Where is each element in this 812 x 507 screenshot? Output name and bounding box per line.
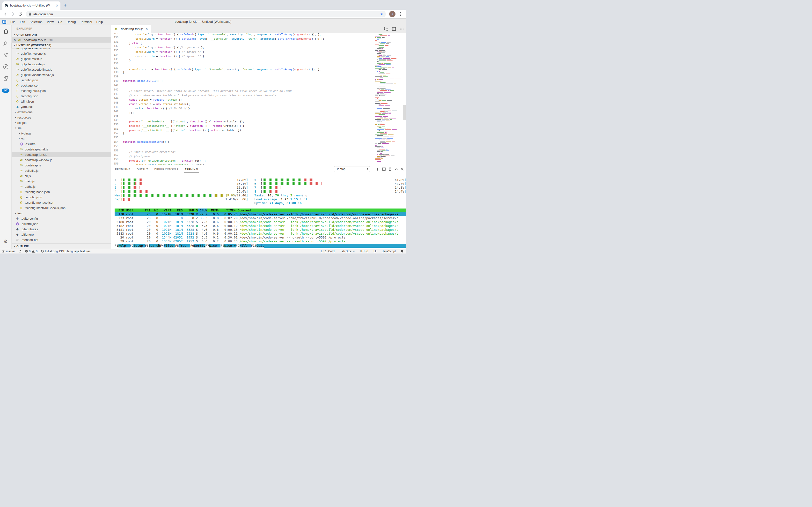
minimap[interactable] (375, 33, 402, 165)
tree-item[interactable]: ▸resources (12, 115, 111, 120)
editor-tab[interactable]: JS bootstrap-fork.js ✕ (111, 25, 151, 33)
tab-close-icon[interactable]: ✕ (56, 4, 59, 7)
browser-menu-icon[interactable] (397, 11, 404, 17)
tree-item[interactable]: JSbootstrap-amd.js (12, 147, 111, 152)
notifications-bell-icon[interactable] (400, 249, 404, 253)
menu-item-file[interactable]: File (8, 20, 18, 24)
debug-disabled-icon[interactable] (0, 61, 12, 72)
editor-scrollbar[interactable] (402, 33, 406, 165)
fkey-f4[interactable]: F4Filter (160, 244, 175, 248)
bookmark-star-icon[interactable]: ★ (380, 12, 383, 16)
tree-item[interactable]: JSgulpfile.vscode.linux.js (12, 67, 111, 72)
process-row[interactable]: 5233 root 20 0 0 0 0 Z 36.3 0.0 0:02.79 … (115, 216, 406, 220)
menu-item-terminal[interactable]: Terminal (78, 20, 94, 24)
tree-item[interactable]: .mention-bot (12, 237, 111, 242)
tree-item[interactable]: {}tsconfig.build.json (12, 88, 111, 93)
tree-item[interactable]: ▸extensions (12, 109, 111, 115)
tree-item[interactable]: {}tslint.json (12, 99, 111, 104)
menu-item-selection[interactable]: Selection (27, 20, 45, 24)
tree-item[interactable]: .eslintrc.json (12, 221, 111, 226)
tree-item[interactable]: yarn.lock (12, 104, 111, 109)
tree-item[interactable]: JSgulpfile.vscode.js (12, 61, 111, 67)
tree-item[interactable]: JSbuildfile.js (12, 168, 111, 173)
explorer-icon[interactable] (0, 26, 12, 38)
sync-icon[interactable] (18, 249, 21, 253)
settings-gear-icon[interactable]: ⚙ (0, 236, 12, 247)
open-editor-item[interactable]: ✕ JS bootstrap-fork.js src (12, 37, 111, 43)
tree-item[interactable]: ⚙.editorconfig (12, 216, 111, 221)
tree-item[interactable]: .eslintrc (12, 141, 111, 147)
fkey-f10[interactable]: F10Quit (251, 244, 264, 248)
menu-item-view[interactable]: View (45, 20, 56, 24)
terminal-select[interactable]: 1: htop (334, 166, 370, 172)
outline-header[interactable]: ▸OUTLINE (12, 243, 111, 249)
menu-item-go[interactable]: Go (56, 20, 64, 24)
fkey-f8[interactable]: F8Nice + (221, 244, 236, 248)
lock-icon[interactable] (28, 12, 32, 16)
split-editor-icon[interactable] (392, 27, 396, 31)
fkey-f3[interactable]: F3Search (145, 244, 160, 248)
process-row[interactable]: 5180 root 20 0 1021M 181M 3328 S 7.3 0.6… (115, 220, 406, 224)
new-tab-button[interactable]: + (64, 3, 67, 8)
search-icon[interactable] (0, 38, 12, 49)
panel-tab-terminal[interactable]: TERMINAL (184, 166, 199, 173)
language-status-item[interactable]: Initializing JS/TS language features (41, 249, 90, 253)
menu-item-edit[interactable]: Edit (18, 20, 27, 24)
tree-item[interactable]: JSbootstrap-window.js (12, 157, 111, 163)
tree-item[interactable]: ▸scripts (12, 120, 111, 125)
status-item[interactable]: JavaScript (382, 249, 396, 253)
tab-close-icon[interactable]: ✕ (145, 27, 148, 31)
panel-tab-problems[interactable]: PROBLEMS (115, 166, 131, 172)
status-item[interactable]: LF (373, 249, 377, 253)
tree-item[interactable]: JSbootstrap.js (12, 163, 111, 168)
close-icon[interactable]: ✕ (13, 38, 17, 42)
menu-item-debug[interactable]: Debug (64, 20, 78, 24)
tree-item[interactable]: {}tsconfig.strictNullChecks.json (12, 205, 111, 211)
fkey-f1[interactable]: F1Help (115, 244, 130, 248)
tree-item[interactable]: JSpaths.js (12, 184, 111, 189)
kill-terminal-icon[interactable] (388, 167, 392, 171)
tree-item[interactable]: ▸test (12, 211, 111, 216)
process-row[interactable]: 5181 root 20 0 1021M 181M 3328 S 4.6 0.6… (115, 228, 406, 232)
menu-item-help[interactable]: Help (94, 20, 105, 24)
status-item[interactable]: Tab Size: 4 (340, 249, 355, 253)
fkey-f6[interactable]: F6SortBy (190, 244, 205, 248)
tree-item[interactable]: ▾src (12, 125, 111, 131)
panel-tab-debug-console[interactable]: DEBUG CONSOLE (154, 166, 179, 172)
tree-item[interactable]: JSgulpfile.hygiene.js (12, 51, 111, 56)
panel-tab-output[interactable]: OUTPUT (136, 166, 149, 172)
process-row[interactable]: 5183 root 20 0 1021M 181M 3328 S 4.0 0.6… (115, 232, 406, 236)
fkey-f5[interactable]: F5Tree (175, 244, 190, 248)
process-row[interactable]: 5178 root 20 0 1021M 181M 3328 R 72.7 0.… (115, 212, 406, 216)
tree-item[interactable]: {}tsconfig.base.json (12, 189, 111, 194)
tree-item[interactable]: ◆.gitignore (12, 232, 111, 237)
tree-item[interactable]: {}tsconfig.json (12, 93, 111, 99)
tree-item[interactable]: JSbootstrap-fork.js (12, 152, 111, 157)
tree-item[interactable]: JScli.js (12, 173, 111, 178)
tree-item[interactable]: JSgulpfile.extensions.js (12, 48, 111, 51)
workspace-header[interactable]: ▾UNTITLED (WORKSPACE) (12, 43, 111, 48)
tree-item[interactable]: JSgulpfile.vscode.win32.js (12, 72, 111, 77)
tree-item[interactable]: {}tsconfig.json (12, 194, 111, 200)
new-terminal-icon[interactable] (376, 167, 379, 171)
tree-item[interactable]: {}package.json (12, 83, 111, 88)
open-changes-icon[interactable] (384, 27, 388, 31)
tree-item[interactable]: ▸typings (12, 131, 111, 136)
git-branch-item[interactable]: master (2, 249, 15, 253)
code-editor[interactable]: 129console.log = function () { safeSend(… (111, 33, 406, 165)
open-editors-header[interactable]: ▾OPEN EDITORS (12, 32, 111, 37)
more-actions-icon[interactable] (400, 29, 404, 30)
tree-item[interactable]: {}jsconfig.json (12, 77, 111, 83)
tree-item[interactable]: {}tsconfig.monaco.json (12, 200, 111, 205)
reload-icon[interactable] (17, 11, 23, 17)
status-item[interactable]: UTF-8 (360, 249, 368, 253)
tree-item[interactable]: JSgulpfile.mixin.js (12, 56, 111, 61)
process-row[interactable]: 20 root 20 0 1344M 62052 1952 S 3.3 0.2 … (115, 236, 406, 239)
tree-item[interactable]: JSmain.js (12, 178, 111, 184)
problems-item[interactable]: 0 0 (25, 249, 38, 253)
scrollbar-thumb[interactable] (403, 105, 405, 120)
url-bar[interactable]: ide.coder.com ★ (25, 11, 386, 17)
extensions-icon[interactable] (0, 72, 12, 84)
browser-tab[interactable]: bootstrap-fork.js — Untitled (W ✕ (2, 1, 60, 10)
forward-icon[interactable] (10, 11, 16, 17)
